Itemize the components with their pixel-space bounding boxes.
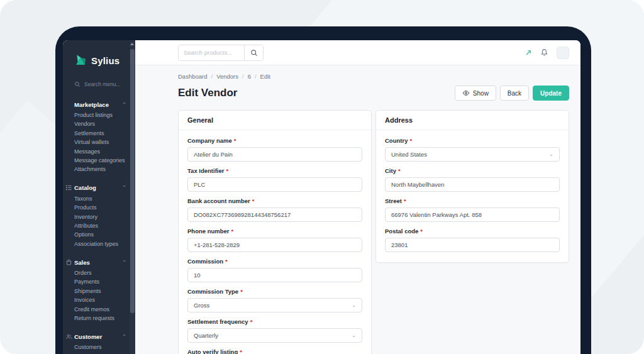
- chevron-up-icon[interactable]: ⌃: [122, 260, 126, 265]
- field-label-text: Commission Type: [187, 288, 238, 295]
- field-label-text: Bank account number: [187, 197, 250, 204]
- sidebar-item-messages[interactable]: Messages: [74, 147, 126, 156]
- required-asterisk: *: [420, 228, 423, 235]
- product-search-button[interactable]: [244, 45, 263, 60]
- back-button-label: Back: [508, 90, 521, 97]
- sidebar-item-customers[interactable]: Customers: [74, 343, 126, 351]
- sidebar-item-attributes[interactable]: Attributes: [74, 221, 126, 230]
- avatar[interactable]: [557, 47, 569, 59]
- sidebar-item-vendors[interactable]: Vendors: [74, 119, 126, 128]
- sidebar-item-association-types[interactable]: Association types: [74, 240, 126, 248]
- field-label-phone-number: Phone number*: [187, 228, 362, 235]
- chevron-down-icon: ⌄: [352, 333, 356, 338]
- field-postal-code-input[interactable]: [385, 238, 560, 252]
- field-street-input[interactable]: [385, 207, 560, 222]
- field-tax-identifier-input[interactable]: [187, 177, 362, 192]
- field-label-commission: Commission*: [187, 258, 362, 265]
- sidebar-scrollbar[interactable]: [130, 40, 135, 354]
- sidebar-section-header-catalog[interactable]: Catalog⌃: [74, 182, 126, 194]
- field-label-company-name: Company name*: [187, 137, 362, 144]
- chevron-up-icon[interactable]: ⌃: [122, 185, 126, 191]
- search-icon: [74, 81, 80, 87]
- field-street: Street*: [385, 197, 560, 222]
- chevron-down-icon: ⌄: [549, 152, 553, 157]
- eye-icon: [462, 89, 470, 97]
- scrollbar-thumb[interactable]: [130, 49, 135, 313]
- field-city: City*: [385, 167, 560, 192]
- sidebar-section-label: Catalog: [74, 184, 96, 191]
- required-asterisk: *: [234, 137, 236, 144]
- sidebar-item-shipments[interactable]: Shipments: [74, 287, 126, 296]
- field-commission-type-select[interactable]: Gross⌄: [187, 298, 362, 313]
- field-label-text: Postal code: [385, 228, 418, 235]
- field-label-text: Company name: [187, 137, 232, 144]
- field-label-text: Commission: [187, 258, 223, 265]
- external-link-icon[interactable]: [525, 49, 532, 56]
- sidebar-item-inventory[interactable]: Inventory: [74, 213, 126, 221]
- required-asterisk: *: [240, 348, 242, 354]
- field-label-commission-type: Commission Type*: [187, 288, 362, 295]
- notifications-bell-icon[interactable]: [540, 48, 548, 57]
- admin-app-window: Sylius Search menu... Marketplace⌃Produc…: [63, 40, 580, 354]
- breadcrumb-item-6[interactable]: 6: [248, 73, 251, 80]
- update-button[interactable]: Update: [533, 86, 569, 101]
- sidebar-section-header-customer[interactable]: Customer⌃: [74, 330, 126, 343]
- field-label-text: Country: [385, 137, 408, 144]
- general-card-title: General: [179, 111, 371, 130]
- field-company-name-input[interactable]: [187, 147, 362, 162]
- sidebar-item-products[interactable]: Products: [74, 203, 126, 212]
- list-icon: [65, 184, 73, 192]
- chevron-up-icon[interactable]: ⌃: [122, 334, 126, 340]
- select-value: Gross: [194, 302, 209, 309]
- sidebar: Sylius Search menu... Marketplace⌃Produc…: [63, 40, 135, 354]
- breadcrumb-separator: /: [242, 73, 244, 80]
- sidebar-section-header-marketplace[interactable]: Marketplace⌃: [74, 98, 126, 111]
- field-label-text: Settlement frequency: [187, 318, 248, 325]
- field-label-text: City: [385, 167, 396, 174]
- back-button[interactable]: Back: [500, 86, 529, 101]
- brand-logo[interactable]: Sylius: [74, 48, 126, 73]
- required-asterisk: *: [240, 288, 243, 295]
- field-city-input[interactable]: [385, 177, 560, 192]
- field-bank-account-number-input[interactable]: [187, 207, 362, 222]
- sidebar-item-virtual-wallets[interactable]: Virtual wallets: [74, 138, 126, 147]
- breadcrumb-item-edit[interactable]: Edit: [260, 73, 270, 80]
- sidebar-item-orders[interactable]: Orders: [74, 268, 126, 277]
- field-settlement-frequency-select[interactable]: Quarterly⌄: [187, 328, 362, 343]
- sidebar-item-credit-memos[interactable]: Credit memos: [74, 305, 126, 314]
- field-commission-type: Commission Type*Gross⌄: [187, 288, 362, 313]
- field-commission-input[interactable]: [187, 268, 362, 282]
- sidebar-item-taxons[interactable]: Taxons: [74, 194, 126, 203]
- required-asterisk: *: [404, 197, 406, 204]
- brand-name: Sylius: [91, 55, 119, 66]
- sidebar-item-message-categories[interactable]: Message categories: [74, 156, 126, 165]
- sidebar-item-options[interactable]: Options: [74, 230, 126, 239]
- field-phone-number-input[interactable]: [187, 238, 362, 252]
- sidebar-section-header-sales[interactable]: Sales⌃: [74, 256, 126, 268]
- show-button[interactable]: Show: [455, 86, 496, 101]
- sidebar-section-label: Sales: [74, 259, 90, 266]
- sidebar-item-invoices[interactable]: Invoices: [74, 296, 126, 304]
- product-search: [178, 45, 264, 61]
- field-country: Country*United States⌄: [385, 137, 560, 162]
- required-asterisk: *: [409, 137, 412, 144]
- sidebar-item-settlements[interactable]: Settlements: [74, 129, 126, 138]
- scrollbar-up-arrow[interactable]: [130, 43, 134, 45]
- field-country-select[interactable]: United States⌄: [385, 147, 560, 162]
- chevron-up-icon[interactable]: ⌃: [122, 102, 126, 108]
- sidebar-item-payments[interactable]: Payments: [74, 277, 126, 286]
- swan-logo-icon: [74, 53, 87, 67]
- breadcrumb-item-vendors[interactable]: Vendors: [216, 73, 238, 80]
- sidebar-item-return-requests[interactable]: Return requests: [74, 314, 126, 323]
- field-label-bank-account-number: Bank account number*: [187, 197, 362, 204]
- breadcrumb-item-dashboard[interactable]: Dashboard: [178, 73, 207, 80]
- address-card-title: Address: [376, 111, 569, 130]
- sidebar-item-attachments[interactable]: Attachments: [74, 165, 126, 174]
- sidebar-section-sales: Sales⌃OrdersPaymentsShipmentsInvoicesCre…: [74, 256, 126, 323]
- field-postal-code: Postal code*: [385, 228, 560, 252]
- product-search-input[interactable]: [179, 45, 244, 60]
- select-value: United States: [391, 151, 427, 158]
- sidebar-search[interactable]: Search menu...: [74, 78, 126, 91]
- field-label-text: Phone number: [187, 228, 230, 235]
- sidebar-item-product-listings[interactable]: Product listings: [74, 111, 126, 119]
